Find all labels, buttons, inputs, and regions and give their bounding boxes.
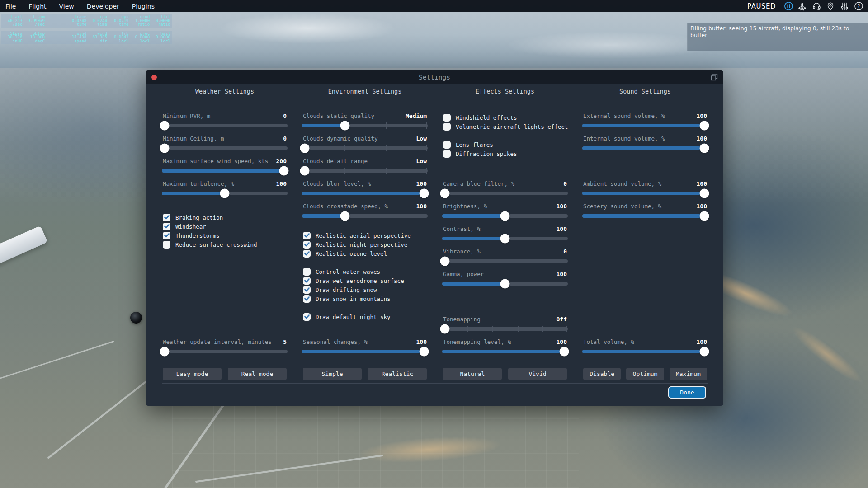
vivid-button[interactable]: Vivid: [508, 368, 567, 380]
slider-label: Seasonal changes, %: [303, 338, 368, 345]
easy-mode-button[interactable]: Easy mode: [163, 368, 222, 380]
menu-plugins[interactable]: Plugins: [126, 0, 161, 12]
mixer-sliders-icon[interactable]: [840, 1, 849, 11]
slider-clouds-dynamic-quality: Clouds dynamic quality Low: [302, 135, 428, 155]
slider-thumb[interactable]: [160, 121, 169, 131]
checkbox-windshear[interactable]: Windshear: [163, 222, 206, 231]
slider-track[interactable]: [302, 192, 428, 195]
slider-thumb[interactable]: [419, 347, 429, 357]
slider-track[interactable]: [582, 192, 708, 195]
menu-flight[interactable]: Flight: [22, 0, 52, 12]
slider-thumb[interactable]: [419, 189, 429, 198]
slider-thumb[interactable]: [300, 144, 309, 153]
slider-track[interactable]: [582, 146, 708, 150]
disable-button[interactable]: Disable: [583, 368, 621, 380]
dialog-title: Settings: [146, 74, 723, 81]
checkbox-draw-default-night-sky[interactable]: Draw default night sky: [303, 312, 391, 321]
footer-divider: [162, 383, 708, 384]
checkbox-control-water-waves[interactable]: Control water waves: [303, 267, 380, 276]
checkbox-volumetric-aircraft-lights[interactable]: Volumetric aircraft lights effect: [443, 122, 568, 131]
slider-label: Clouds blur level, %: [303, 180, 371, 187]
checkbox-thunderstorms[interactable]: Thunderstorms: [163, 231, 220, 240]
slider-clouds-static-quality: Clouds static quality Medium: [302, 112, 428, 132]
column-header: Sound Settings: [582, 88, 708, 95]
checkbox-braking-action[interactable]: Braking action: [163, 213, 223, 222]
stat-cell: prec0.0000locl: [129, 32, 150, 43]
slider-track[interactable]: [582, 214, 708, 218]
slider-thumb[interactable]: [699, 121, 709, 131]
slider-thumb[interactable]: [500, 234, 510, 244]
slider-track[interactable]: [442, 259, 568, 263]
slider-thumb[interactable]: [500, 211, 510, 221]
real-mode-button[interactable]: Real mode: [228, 368, 287, 380]
slider-track[interactable]: [302, 124, 428, 127]
done-button[interactable]: Done: [668, 386, 706, 399]
slider-track[interactable]: [442, 327, 568, 331]
slider-thumb[interactable]: [699, 189, 709, 198]
slider-value: 100: [416, 203, 427, 210]
slider-track[interactable]: [302, 350, 428, 353]
aircraft-icon[interactable]: [797, 1, 807, 11]
menu-view[interactable]: View: [53, 0, 80, 12]
location-pin-icon[interactable]: [826, 1, 835, 11]
slider-thumb[interactable]: [440, 257, 449, 266]
slider-track[interactable]: [442, 214, 568, 218]
checkbox-draw-drifting-snow[interactable]: Draw drifting snow: [303, 285, 377, 294]
maximum-button[interactable]: Maximum: [670, 368, 707, 380]
slider-value: 100: [697, 203, 707, 210]
slider-track[interactable]: [442, 282, 568, 286]
slider-thumb[interactable]: [160, 347, 169, 357]
slider-thumb[interactable]: [300, 166, 309, 176]
slider-track[interactable]: [162, 169, 288, 173]
slider-thumb[interactable]: [340, 211, 349, 221]
natural-button[interactable]: Natural: [443, 368, 502, 380]
checkbox-draw-snow-in-mountains[interactable]: Draw snow in mountains: [303, 294, 391, 303]
stat-cell: grnd1.0000ratio: [129, 15, 150, 27]
slider-track[interactable]: [162, 124, 288, 127]
slider-track[interactable]: [442, 237, 568, 240]
slider-thumb[interactable]: [279, 166, 288, 176]
slider-thumb[interactable]: [500, 279, 510, 289]
headset-icon[interactable]: [811, 1, 821, 11]
checkbox-realistic-aerial-perspective[interactable]: Realistic aerial perspective: [303, 231, 411, 240]
checkbox-realistic-ozone-level[interactable]: Realistic ozone level: [303, 249, 387, 258]
slider-thumb[interactable]: [559, 347, 569, 357]
popout-window-icon[interactable]: [710, 73, 719, 82]
slider-thumb[interactable]: [220, 189, 230, 198]
slider-track[interactable]: [582, 350, 708, 353]
realistic-button[interactable]: Realistic: [368, 368, 427, 380]
slider-thumb[interactable]: [699, 211, 709, 221]
simple-button[interactable]: Simple: [303, 368, 362, 380]
checkbox-draw-wet-aerodrome-surface[interactable]: Draw wet aerodrome surface: [303, 276, 404, 285]
slider-track[interactable]: [302, 169, 428, 173]
slider-thumb[interactable]: [440, 324, 449, 334]
checkbox-icon: [163, 232, 170, 239]
dialog-titlebar[interactable]: Settings: [146, 70, 723, 84]
slider-track[interactable]: [442, 192, 568, 195]
help-icon[interactable]: ?: [854, 1, 863, 11]
slider-track[interactable]: [582, 124, 708, 127]
checkbox-realistic-night-perspective[interactable]: Realistic night perspective: [303, 240, 407, 249]
slider-thumb[interactable]: [699, 144, 709, 153]
slider-track[interactable]: [442, 350, 568, 353]
slider-track[interactable]: [162, 192, 288, 195]
slider-track[interactable]: [302, 214, 428, 218]
checkbox-reduce-surface-crosswind[interactable]: Reduce surface crosswind: [163, 240, 257, 249]
checkbox-lens-flares[interactable]: Lens flares: [443, 140, 493, 149]
menu-file[interactable]: File: [0, 0, 22, 12]
slider-thumb[interactable]: [160, 144, 169, 153]
optimum-button[interactable]: Optimum: [626, 368, 664, 380]
slider-track[interactable]: [162, 350, 288, 353]
slider-thumb[interactable]: [340, 121, 349, 131]
slider-thumb[interactable]: [440, 189, 449, 198]
pause-icon[interactable]: [783, 1, 793, 11]
checkbox-label: Reduce surface crosswind: [175, 241, 257, 248]
scenery-cloud: [190, 8, 425, 49]
slider-track[interactable]: [302, 146, 428, 150]
slider-track[interactable]: [162, 146, 288, 150]
slider-thumb[interactable]: [699, 347, 709, 357]
checkbox-diffraction-spikes[interactable]: Diffraction spikes: [443, 149, 517, 158]
menu-developer[interactable]: Developer: [80, 0, 126, 12]
slider-value: Low: [416, 158, 427, 164]
checkbox-windshield-effects[interactable]: Windshield effects: [443, 113, 517, 122]
